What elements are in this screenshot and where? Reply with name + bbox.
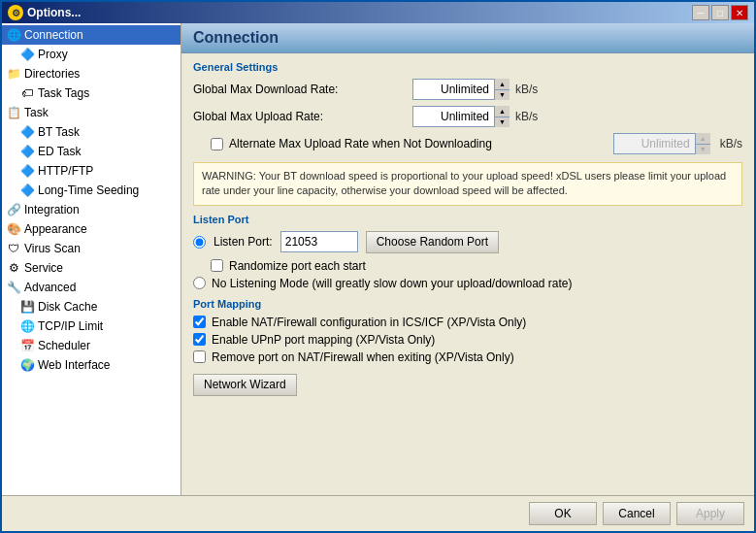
options-window: ⚙ Options... ─ □ ✕ 🌐 Connection 🔷 Proxy … xyxy=(0,0,756,533)
enable-upnp-checkbox[interactable] xyxy=(193,333,206,346)
main-content: 🌐 Connection 🔷 Proxy 📁 Directories 🏷 Tas… xyxy=(2,23,754,495)
download-spin-buttons: ▲ ▼ xyxy=(494,79,509,100)
apply-button[interactable]: Apply xyxy=(676,502,744,525)
listen-port-input[interactable] xyxy=(280,231,358,252)
sidebar: 🌐 Connection 🔷 Proxy 📁 Directories 🏷 Tas… xyxy=(2,23,181,495)
sidebar-item-service[interactable]: ⚙ Service xyxy=(2,258,181,278)
alternate-rate-spinner: ▲ ▼ xyxy=(613,133,710,154)
download-spin-down[interactable]: ▼ xyxy=(495,90,509,101)
sidebar-label-task-tags: Task Tags xyxy=(38,86,89,100)
sidebar-label-seeding: Long-Time Seeding xyxy=(38,183,139,197)
upload-spin-buttons: ▲ ▼ xyxy=(494,106,509,127)
remove-port-label: Remove port on NAT/Firewall when exiting… xyxy=(212,350,514,364)
listen-port-row: Listen Port: Choose Random Port xyxy=(193,231,742,253)
alternate-spin-up: ▲ xyxy=(696,133,710,145)
main-panel: Connection General Settings Global Max D… xyxy=(181,23,754,495)
bt-task-icon: 🔷 xyxy=(19,124,35,140)
download-spin-up[interactable]: ▲ xyxy=(495,79,509,90)
sidebar-label-appearance: Appearance xyxy=(24,222,87,236)
sidebar-label-directories: Directories xyxy=(24,67,80,81)
alternate-upload-row: Alternate Max Upload Rate when Not Downl… xyxy=(193,133,742,154)
no-listening-row: No Listening Mode (will greatly slow dow… xyxy=(193,277,742,290)
ed-task-icon: 🔷 xyxy=(19,144,35,159)
window-title: Options... xyxy=(27,6,81,19)
enable-nat-row: Enable NAT/Firewall configuration in ICS… xyxy=(193,316,742,329)
cancel-button[interactable]: Cancel xyxy=(603,502,671,525)
ok-button[interactable]: OK xyxy=(529,502,597,525)
minimize-button[interactable]: ─ xyxy=(692,5,709,20)
close-button[interactable]: ✕ xyxy=(731,5,748,20)
upload-spin-down[interactable]: ▼ xyxy=(495,117,509,128)
general-settings-header: General Settings xyxy=(193,61,742,73)
alternate-upload-checkbox[interactable] xyxy=(211,138,223,150)
sidebar-item-web-interface[interactable]: 🌍 Web Interface xyxy=(2,355,181,375)
sidebar-item-task-tags[interactable]: 🏷 Task Tags xyxy=(2,83,181,103)
sidebar-label-ed-task: ED Task xyxy=(38,145,81,158)
sidebar-label-scheduler: Scheduler xyxy=(38,339,90,352)
sidebar-label-tcp-ip: TCP/IP Limit xyxy=(38,319,103,333)
sidebar-label-virus-scan: Virus Scan xyxy=(24,242,81,255)
title-bar-left: ⚙ Options... xyxy=(8,5,81,20)
sidebar-label-http-ftp: HTTP/FTP xyxy=(38,164,93,178)
sidebar-item-appearance[interactable]: 🎨 Appearance xyxy=(2,219,181,239)
title-buttons: ─ □ ✕ xyxy=(692,5,748,20)
sidebar-item-http-ftp[interactable]: 🔷 HTTP/FTP xyxy=(2,161,181,181)
sidebar-label-bt-task: BT Task xyxy=(38,125,80,139)
sidebar-item-task[interactable]: 📋 Task xyxy=(2,103,181,122)
enable-upnp-row: Enable UPnP port mapping (XP/Vista Only) xyxy=(193,333,742,347)
directories-icon: 📁 xyxy=(6,66,21,82)
listen-port-label: Listen Port: xyxy=(214,235,273,249)
upload-unit: kB/s xyxy=(515,110,538,123)
sidebar-item-advanced[interactable]: 🔧 Advanced xyxy=(2,278,181,297)
maximize-button[interactable]: □ xyxy=(711,5,729,20)
sidebar-item-virus-scan[interactable]: 🛡 Virus Scan xyxy=(2,239,181,258)
sidebar-item-directories[interactable]: 📁 Directories xyxy=(2,64,181,83)
sidebar-label-advanced: Advanced xyxy=(24,281,76,294)
scheduler-icon: 📅 xyxy=(19,338,35,353)
download-rate-row: Global Max Download Rate: ▲ ▼ kB/s xyxy=(193,79,742,100)
virus-scan-icon: 🛡 xyxy=(6,241,21,256)
network-wizard-row: Network Wizard xyxy=(193,374,742,396)
choose-random-port-button[interactable]: Choose Random Port xyxy=(366,231,499,253)
sidebar-label-disk-cache: Disk Cache xyxy=(38,300,97,314)
no-listening-label: No Listening Mode (will greatly slow dow… xyxy=(212,277,573,290)
sidebar-item-long-time-seeding[interactable]: 🔷 Long-Time Seeding xyxy=(2,181,181,200)
advanced-icon: 🔧 xyxy=(6,280,21,295)
upload-rate-row: Global Max Upload Rate: ▲ ▼ kB/s xyxy=(193,106,742,127)
enable-nat-checkbox[interactable] xyxy=(193,316,206,328)
sidebar-label-service: Service xyxy=(24,261,63,275)
enable-nat-label: Enable NAT/Firewall configuration in ICS… xyxy=(212,316,526,329)
download-rate-spinner[interactable]: ▲ ▼ xyxy=(412,79,509,100)
upload-rate-spinner[interactable]: ▲ ▼ xyxy=(412,106,509,127)
title-bar: ⚙ Options... ─ □ ✕ xyxy=(2,2,754,23)
randomize-row: Randomize port each start xyxy=(211,259,742,273)
port-mapping-header: Port Mapping xyxy=(193,298,742,310)
task-tags-icon: 🏷 xyxy=(19,85,35,101)
panel-title: Connection xyxy=(193,29,279,47)
sidebar-label-proxy: Proxy xyxy=(38,48,68,61)
sidebar-label-integration: Integration xyxy=(24,203,80,217)
listen-port-radio[interactable] xyxy=(193,236,206,249)
sidebar-item-ed-task[interactable]: 🔷 ED Task xyxy=(2,142,181,161)
no-listening-radio[interactable] xyxy=(193,277,206,289)
sidebar-item-tcp-ip[interactable]: 🌐 TCP/IP Limit xyxy=(2,316,181,336)
sidebar-item-bt-task[interactable]: 🔷 BT Task xyxy=(2,122,181,142)
listen-port-header: Listen Port xyxy=(193,214,742,225)
randomize-label: Randomize port each start xyxy=(229,259,366,273)
alternate-spin-down: ▼ xyxy=(696,145,710,155)
upload-spin-up[interactable]: ▲ xyxy=(495,106,509,117)
proxy-icon: 🔷 xyxy=(19,47,35,62)
sidebar-item-integration[interactable]: 🔗 Integration xyxy=(2,200,181,219)
sidebar-item-scheduler[interactable]: 📅 Scheduler xyxy=(2,336,181,355)
remove-port-checkbox[interactable] xyxy=(193,350,206,363)
sidebar-item-proxy[interactable]: 🔷 Proxy xyxy=(2,45,181,64)
network-wizard-button[interactable]: Network Wizard xyxy=(193,374,297,396)
randomize-checkbox[interactable] xyxy=(211,259,223,272)
task-icon: 📋 xyxy=(6,105,21,120)
sidebar-item-connection[interactable]: 🌐 Connection xyxy=(2,25,181,45)
remove-port-row: Remove port on NAT/Firewall when exiting… xyxy=(193,350,742,364)
connection-icon: 🌐 xyxy=(6,27,21,43)
sidebar-item-disk-cache[interactable]: 💾 Disk Cache xyxy=(2,297,181,316)
alternate-unit: kB/s xyxy=(720,137,742,150)
warning-text: WARNING: Your BT download speed is propo… xyxy=(193,162,742,206)
